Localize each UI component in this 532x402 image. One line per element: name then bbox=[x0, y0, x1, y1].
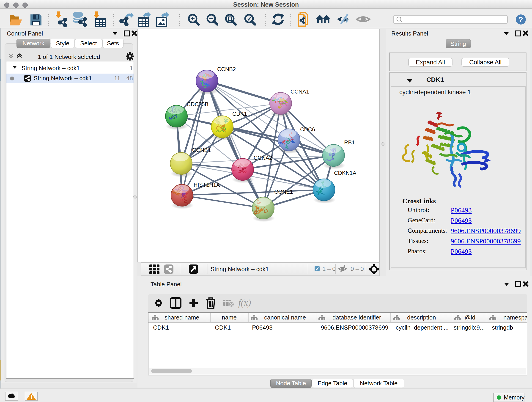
svg-text:CDC6: CDC6 bbox=[300, 126, 315, 133]
svg-text:?: ? bbox=[519, 15, 523, 24]
svg-text:CDC25B: CDC25B bbox=[187, 101, 209, 107]
svg-text:CCNA1: CCNA1 bbox=[291, 89, 309, 95]
svg-text:String Network – cdk1: String Network – cdk1 bbox=[210, 266, 269, 273]
svg-text:CCNA2: CCNA2 bbox=[254, 155, 272, 161]
svg-text:CCNE1: CCNE1 bbox=[274, 189, 293, 195]
svg-text:CDKN1A: CDKN1A bbox=[334, 170, 356, 176]
svg-text:CCNB1: CCNB1 bbox=[192, 147, 211, 153]
svg-text:1 – 0: 1 – 0 bbox=[322, 265, 336, 272]
svg-text:CCNB2: CCNB2 bbox=[217, 66, 236, 72]
svg-text:HIST1H1A: HIST1H1A bbox=[194, 182, 220, 188]
svg-text:RB1: RB1 bbox=[344, 139, 355, 146]
svg-text:CDK1: CDK1 bbox=[232, 111, 247, 117]
svg-text:f(x): f(x) bbox=[238, 298, 251, 308]
svg-text:0 – 0: 0 – 0 bbox=[351, 265, 364, 272]
